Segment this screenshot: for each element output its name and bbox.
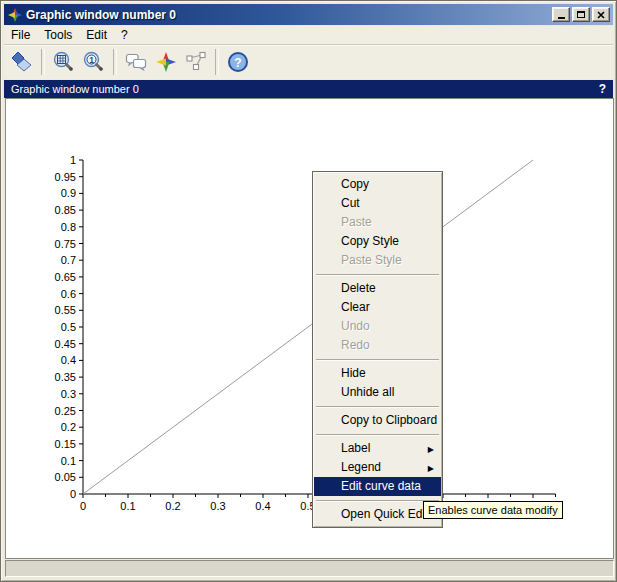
close-button[interactable] [592,7,610,22]
minimize-button[interactable] [552,7,570,22]
menu-item-delete[interactable]: Delete [314,279,441,298]
figure-info-bar: Graphic window number 0 ? [4,80,613,98]
figure-editor-icon [154,50,178,74]
menu-tools[interactable]: Tools [37,27,79,43]
menu-separator [316,406,439,408]
info-help-icon[interactable]: ? [599,82,606,96]
menu-item-clear[interactable]: Clear [314,298,441,317]
menu-item-cut[interactable]: Cut [314,194,441,213]
toolbar-separator [215,49,219,75]
y-tick-label: 0 [70,488,76,500]
comments-button[interactable] [121,48,151,76]
menu-separator [316,359,439,361]
submenu-arrow-icon: ▶ [428,459,434,478]
toolbar: 1 [4,44,613,79]
y-tick-label: 0.95 [55,171,76,183]
menu-item-label: Hide [341,366,366,380]
context-menu: CopyCutPasteCopy StylePaste StyleDeleteC… [312,171,443,528]
rotate-icon [10,50,34,74]
figure-title: Graphic window number 0 [11,83,139,95]
help-button[interactable]: ? [223,48,253,76]
y-tick-label: 0.8 [61,221,76,233]
tooltip: Enables curve data modify [423,501,563,519]
submenu-arrow-icon: ▶ [428,440,434,459]
toolbar-separator [113,49,117,75]
x-tick-label: 0 [80,500,86,512]
y-tick-label: 0.15 [55,438,76,450]
menu-item-label: Cut [341,196,360,210]
menu-item-hide[interactable]: Hide [314,364,441,383]
y-tick-label: 0.9 [61,187,76,199]
figure-editor-button[interactable] [151,48,181,76]
y-tick-label: 0.05 [55,471,76,483]
plot-canvas[interactable]: 10.950.90.850.80.750.70.650.60.550.50.45… [5,98,614,559]
x-tick-label: 0.2 [165,500,180,512]
menu-item-label: Label [341,441,370,455]
menu-item-label: Copy to Clipboard [341,413,437,427]
y-tick-label: 0.7 [61,254,76,266]
app-icon [8,8,22,22]
close-icon [597,11,605,19]
menu-item-label: Delete [341,281,376,295]
toolbar-separator [41,49,45,75]
zoom-reset-icon: 1 [82,50,106,74]
menu-item-label: Copy [341,177,369,191]
zoom-area-icon [52,50,76,74]
menu-item-label: Edit curve data [341,479,421,493]
plot-svg: 10.950.90.850.80.750.70.650.60.550.50.45… [6,99,613,558]
y-tick-label: 0.55 [55,304,76,316]
y-tick-label: 0.35 [55,371,76,383]
y-tick-label: 1 [70,154,76,166]
menu-item-label: Clear [341,300,370,314]
menu-item-label: Legend [341,460,381,474]
menu-item-label: Undo [341,319,370,333]
zoom-area-button[interactable] [49,48,79,76]
help-icon: ? [226,50,250,74]
menu-item-label: Paste [341,215,372,229]
menu-item-copy[interactable]: Copy [314,175,441,194]
y-tick-label: 0.5 [61,321,76,333]
y-tick-label: 0.25 [55,405,76,417]
y-tick-label: 0.75 [55,238,76,250]
datatips-icon [184,50,208,74]
menu-item-edit-curve-data[interactable]: Edit curve data [314,477,441,496]
y-tick-label: 0.1 [61,455,76,467]
menu-item-redo: Redo [314,336,441,355]
comments-icon [124,50,148,74]
menu-separator [316,274,439,276]
menu-file[interactable]: File [4,27,37,43]
maximize-icon [577,11,585,18]
rotate-button[interactable] [7,48,37,76]
menu-separator [316,500,439,502]
zoom-reset-button[interactable]: 1 [79,48,109,76]
menu-item-open-quick-editor[interactable]: Open Quick Editor [314,505,441,524]
maximize-button[interactable] [572,7,590,22]
y-tick-label: 0.3 [61,388,76,400]
graphic-window: Graphic window number 0 File Tools Edit … [0,0,617,582]
y-tick-label: 0.4 [61,354,76,366]
menu-item-undo: Undo [314,317,441,336]
y-tick-label: 0.45 [55,338,76,350]
menu-item-label: Redo [341,338,370,352]
window-controls [552,7,610,22]
menu-item-unhide-all[interactable]: Unhide all [314,383,441,402]
menu-item-paste-style: Paste Style [314,251,441,270]
menu-item-label: Paste Style [341,253,402,267]
svg-text:1: 1 [89,55,94,65]
title-bar: Graphic window number 0 [4,4,613,25]
menu-item-copy-to-clipboard[interactable]: Copy to Clipboard [314,411,441,430]
x-tick-label: 0.1 [120,500,135,512]
y-tick-label: 0.2 [61,421,76,433]
menu-item-copy-style[interactable]: Copy Style [314,232,441,251]
menu-edit[interactable]: Edit [79,27,114,43]
menu-separator [316,434,439,436]
datatips-button[interactable] [181,48,211,76]
menu-item-label[interactable]: Label▶ [314,439,441,458]
menu-item-label: Unhide all [341,385,394,399]
menu-item-legend[interactable]: Legend▶ [314,458,441,477]
menu-item-label: Copy Style [341,234,399,248]
menu-help[interactable]: ? [114,27,135,43]
menu-item-paste: Paste [314,213,441,232]
x-tick-label: 0.3 [210,500,225,512]
curve-line[interactable] [83,160,533,494]
